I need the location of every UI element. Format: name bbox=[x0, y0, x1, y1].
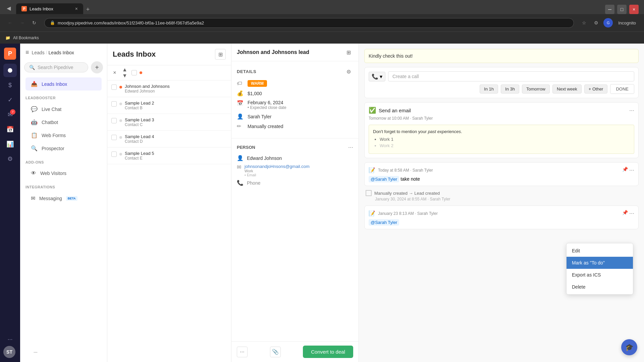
sidebar-item-live-chat[interactable]: 💬 Live Chat bbox=[25, 103, 102, 116]
call-done-button[interactable]: DONE bbox=[610, 84, 634, 94]
file-button[interactable]: 📎 bbox=[270, 347, 281, 357]
convert-to-deal-button[interactable]: Convert to deal bbox=[303, 346, 353, 358]
details-filter-button[interactable]: ⊜ bbox=[344, 67, 353, 76]
context-menu-delete[interactable]: Delete bbox=[567, 281, 633, 293]
detail-grid-button[interactable]: ⊞ bbox=[344, 48, 353, 57]
more-options-button[interactable]: ··· bbox=[237, 347, 248, 357]
extensions-button[interactable]: ⚙ bbox=[591, 18, 601, 27]
reload-button[interactable]: ↻ bbox=[30, 18, 39, 27]
nav-icon-calendar[interactable]: 📅 bbox=[3, 123, 17, 136]
sidebar-item-chatbot[interactable]: 🤖 Chatbot bbox=[25, 116, 102, 129]
nav-icon-activities[interactable]: ✓ bbox=[3, 93, 17, 107]
call-time-other[interactable]: + Other bbox=[584, 84, 608, 94]
nav-icon-home[interactable] bbox=[3, 64, 17, 77]
breadcrumb-parent[interactable]: Leads bbox=[32, 50, 45, 55]
email-activity-more-button[interactable]: ··· bbox=[629, 107, 634, 114]
active-tab[interactable]: P Leads Inbox × bbox=[16, 3, 83, 14]
lead-item-title-1: Johnson and Johnsons bbox=[125, 84, 227, 89]
note-mention[interactable]: @Sarah Tyler bbox=[369, 176, 399, 182]
tab-close-button[interactable]: × bbox=[75, 6, 78, 11]
date-label: • Expected close date bbox=[248, 105, 286, 110]
section-label-leadbooster: LEADBOOSTER bbox=[20, 92, 107, 101]
note-2-mention[interactable]: @Sarah Tyler bbox=[369, 219, 399, 226]
lead-sort-button[interactable]: ⊞ bbox=[215, 49, 226, 60]
floating-help-button[interactable]: 🎓 bbox=[621, 339, 637, 355]
lead-item-subtitle-1: Edward Johnson bbox=[125, 89, 227, 94]
bookmarks-label[interactable]: All Bookmarks bbox=[13, 36, 39, 40]
lead-checkbox-4[interactable] bbox=[111, 135, 117, 140]
note-card: Kindly check this out! bbox=[364, 49, 639, 63]
call-input-field[interactable]: Create a call bbox=[388, 71, 634, 81]
call-time-1h[interactable]: In 1h bbox=[480, 84, 498, 94]
new-tab-button[interactable]: + bbox=[83, 5, 93, 14]
lead-checkbox-5[interactable] bbox=[111, 152, 117, 157]
nav-icon-more[interactable]: ··· bbox=[3, 333, 17, 346]
lead-list-item-3[interactable]: Sample Lead 3 Contact C bbox=[107, 114, 231, 131]
bookmark-star-button[interactable]: ☆ bbox=[579, 18, 589, 27]
lead-list-item-4[interactable]: Sample Lead 4 Contact D bbox=[107, 131, 231, 147]
nav-icon-mail[interactable]: ✉ 7 bbox=[3, 108, 17, 121]
pin-button-2[interactable]: 📌 bbox=[622, 210, 628, 217]
note-more-button[interactable]: ··· bbox=[629, 167, 634, 174]
app-logo[interactable]: P bbox=[4, 48, 16, 60]
new-item-button[interactable]: + bbox=[91, 61, 103, 73]
log-circle-icon bbox=[366, 190, 372, 196]
context-menu-mark-todo[interactable]: Mark as "To do" bbox=[567, 257, 633, 269]
global-search-wrapper[interactable]: 🔍 Search Pipedrive bbox=[24, 62, 88, 72]
close-window-button[interactable]: × bbox=[629, 5, 639, 14]
activity-panel: Kindly check this out! 📞 ▾ Create a call bbox=[359, 44, 644, 362]
log-entry-row: Manually created → Lead created bbox=[366, 190, 637, 196]
person-email-value[interactable]: johnsonandjoHnsons@gmail.com bbox=[245, 164, 310, 169]
note-2-more-button[interactable]: ··· bbox=[629, 210, 634, 217]
person-more-button[interactable]: ··· bbox=[348, 144, 353, 151]
lead-checkbox-3[interactable] bbox=[111, 118, 117, 123]
sidebar-item-web-forms[interactable]: 📋 Web Forms bbox=[25, 129, 102, 142]
person-phone-row: 📞 Phone bbox=[237, 180, 353, 186]
sidebar-item-web-visitors[interactable]: 👁 Web Visitors bbox=[25, 167, 102, 180]
context-menu-edit[interactable]: Edit bbox=[567, 245, 633, 257]
email-check-icon: ✅ bbox=[369, 107, 376, 114]
lead-prev-button[interactable]: ▲ bbox=[121, 67, 129, 73]
email-type: Work bbox=[245, 169, 253, 173]
browser-back-nav[interactable]: ◀ bbox=[3, 2, 15, 14]
context-menu-export-ics[interactable]: Export as ICS bbox=[567, 269, 633, 281]
warm-badge[interactable]: WARM bbox=[248, 80, 267, 87]
lead-checkbox-2[interactable] bbox=[111, 101, 117, 107]
addons-section: 👁 Web Visitors bbox=[20, 166, 107, 181]
lead-list-item[interactable]: Johnson and Johnsons Edward Johnson bbox=[107, 80, 231, 97]
minimize-button[interactable]: ─ bbox=[605, 5, 614, 14]
nav-icon-reports[interactable]: 📊 bbox=[3, 137, 17, 151]
sidebar-menu-button[interactable]: ≡ bbox=[25, 49, 29, 56]
note-activity-actions: 📌 ··· bbox=[622, 167, 634, 174]
call-time-next-week[interactable]: Next week bbox=[552, 84, 582, 94]
address-bar[interactable]: 🔒 moodjoy.pipedrive.com/leads/inbox/51f2… bbox=[44, 18, 574, 28]
lead-list-item-2[interactable]: Sample Lead 2 Contact B bbox=[107, 97, 231, 114]
sidebar-item-leads-inbox[interactable]: 📥 Leads Inbox bbox=[25, 77, 102, 90]
lead-list-item-5[interactable]: Sample Lead 5 Contact E bbox=[107, 147, 231, 164]
pin-button[interactable]: 📌 bbox=[622, 167, 628, 174]
call-time-options: In 1h In 3h Tomorrow Next week + Other D… bbox=[369, 84, 634, 94]
call-time-tomorrow[interactable]: Tomorrow bbox=[522, 84, 550, 94]
sidebar-item-messaging[interactable]: ✉ Messaging BETA bbox=[25, 192, 102, 205]
restore-button[interactable]: □ bbox=[617, 5, 627, 14]
forward-button[interactable]: → bbox=[17, 18, 27, 27]
sidebar-item-more[interactable]: ··· bbox=[28, 346, 99, 358]
context-menu: Edit Mark as "To do" Export as ICS Delet… bbox=[566, 243, 633, 295]
call-type-selector[interactable]: 📞 ▾ bbox=[369, 72, 385, 81]
lead-item-checkbox[interactable] bbox=[131, 70, 137, 75]
lead-item-content-3: Sample Lead 3 Contact C bbox=[125, 117, 227, 127]
note-text: Kindly check this out! bbox=[369, 53, 634, 59]
lead-next-button[interactable]: ▼ bbox=[121, 73, 129, 79]
nav-icon-deals[interactable]: $ bbox=[3, 78, 17, 92]
lead-list-close-button[interactable]: × bbox=[110, 68, 119, 77]
call-time-3h[interactable]: In 3h bbox=[501, 84, 519, 94]
lead-checkbox-1[interactable] bbox=[111, 84, 117, 90]
nav-icon-settings[interactable]: ⚙ bbox=[3, 152, 17, 166]
amount-value: $1,000 bbox=[248, 91, 262, 96]
profile-button[interactable]: G bbox=[603, 18, 613, 27]
nav-avatar[interactable]: ST bbox=[3, 346, 15, 358]
sidebar-item-prospector[interactable]: 🔍 Prospector bbox=[25, 142, 102, 155]
lead-dot-5 bbox=[119, 153, 122, 156]
back-button[interactable]: ← bbox=[5, 18, 15, 27]
detail-title: Johnson and Johnsons lead bbox=[237, 49, 344, 55]
